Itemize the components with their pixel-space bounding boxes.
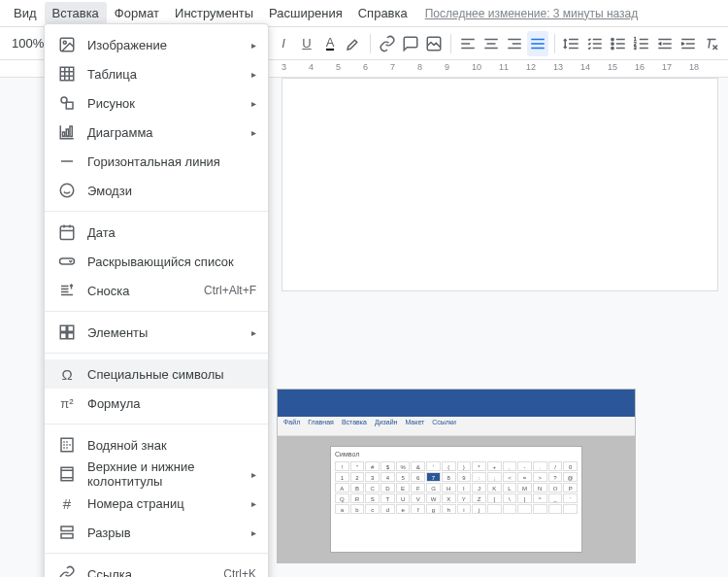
menu-view[interactable]: Вид <box>6 2 45 24</box>
underline-button[interactable]: U <box>296 31 317 56</box>
highlight-button[interactable] <box>343 31 364 56</box>
ruler-tick: 8 <box>417 62 422 72</box>
menu-tools[interactable]: Инструменты <box>167 2 261 24</box>
submenu-arrow-icon: ▸ <box>251 469 256 480</box>
menu-item-hr[interactable]: Горизонтальная линия <box>45 147 268 176</box>
submenu-arrow-icon: ▸ <box>251 127 256 138</box>
menu-item-label: Номера страниц <box>87 496 240 511</box>
link-button[interactable] <box>377 31 398 56</box>
menu-separator <box>45 311 268 312</box>
document-text[interactable]: с: Вставка → Специальные символы можно л… <box>277 573 723 577</box>
submenu-arrow-icon: ▸ <box>251 69 256 80</box>
menu-item-break[interactable]: Разрыв▸ <box>45 518 268 547</box>
zoom-value: 100% <box>12 36 44 51</box>
clear-formatting-button[interactable] <box>701 31 722 56</box>
submenu-arrow-icon: ▸ <box>251 327 256 338</box>
menu-item-watermark[interactable]: Водяной знак <box>45 430 268 459</box>
shortcut: Ctrl+K <box>223 567 256 577</box>
separator <box>450 34 451 53</box>
svg-rect-21 <box>68 333 74 339</box>
menu-item-label: Формула <box>87 396 256 411</box>
indent-decrease-button[interactable] <box>654 31 676 56</box>
menu-item-headers[interactable]: Верхние и нижние колонтитулы▸ <box>45 459 268 489</box>
svg-rect-16 <box>60 226 74 240</box>
submenu-arrow-icon: ▸ <box>251 527 256 538</box>
hr-icon <box>58 153 76 170</box>
align-center-button[interactable] <box>480 31 502 56</box>
ruler-tick: 13 <box>553 62 563 72</box>
ruler-tick: 6 <box>363 62 368 72</box>
checklist-button[interactable] <box>584 31 606 56</box>
comment-button[interactable] <box>400 31 421 56</box>
menu-item-pagenum[interactable]: #Номера страниц▸ <box>45 489 268 518</box>
image-button[interactable] <box>423 31 445 56</box>
align-right-button[interactable] <box>504 31 525 56</box>
menu-item-drawing[interactable]: Рисунок▸ <box>45 88 268 118</box>
numbered-list-button[interactable]: 123 <box>631 31 652 56</box>
menu-item-label: Горизонтальная линия <box>87 154 256 169</box>
date-icon <box>58 223 76 241</box>
document-page[interactable] <box>281 78 718 291</box>
menu-item-label: Верхние и нижние колонтитулы <box>87 459 240 489</box>
menu-item-image[interactable]: Изображение▸ <box>45 30 268 59</box>
text-color-button[interactable]: A <box>319 31 341 56</box>
emoji-icon <box>58 182 76 199</box>
menu-item-emoji[interactable]: Эмодзи <box>45 176 268 205</box>
svg-rect-11 <box>66 102 73 109</box>
watermark-icon <box>58 436 76 454</box>
ruler-tick: 3 <box>281 62 286 72</box>
menu-format[interactable]: Формат <box>107 2 167 24</box>
submenu-arrow-icon: ▸ <box>251 498 256 509</box>
svg-point-2 <box>612 42 613 44</box>
svg-rect-20 <box>60 333 66 339</box>
menu-item-dropdown[interactable]: Раскрывающийся список <box>45 247 268 276</box>
ruler-tick: 7 <box>390 62 395 72</box>
indent-increase-button[interactable] <box>678 31 699 56</box>
ruler-tick: 17 <box>662 62 672 72</box>
break-icon <box>58 524 76 541</box>
ruler-tick: 16 <box>635 62 645 72</box>
menu-item-table[interactable]: Таблица▸ <box>45 59 268 88</box>
insert-menu: Изображение▸Таблица▸Рисунок▸Диаграмма▸Го… <box>44 23 269 577</box>
menu-item-pi[interactable]: π²Формула <box>45 389 268 418</box>
bulleted-list-button[interactable] <box>608 31 629 56</box>
menu-item-label: Разрыв <box>87 526 240 540</box>
svg-point-8 <box>63 41 66 44</box>
menu-separator <box>45 353 268 354</box>
svg-text:3: 3 <box>634 45 637 51</box>
submenu-arrow-icon: ▸ <box>251 98 256 109</box>
align-justify-button[interactable] <box>527 31 548 56</box>
menu-insert[interactable]: Вставка <box>45 2 107 24</box>
menu-item-blocks[interactable]: Элементы▸ <box>45 318 268 347</box>
menu-item-label: Сноска <box>87 284 192 298</box>
menu-item-footnote[interactable]: СноскаCtrl+Alt+F <box>45 276 268 305</box>
menu-item-omega[interactable]: ΩСпециальные символы <box>45 359 268 389</box>
svg-point-15 <box>60 184 74 197</box>
menu-help[interactable]: Справка <box>350 2 415 24</box>
omega-icon: Ω <box>58 365 76 383</box>
menu-item-label: Раскрывающийся список <box>87 255 256 269</box>
menu-item-label: Диаграмма <box>87 125 240 140</box>
ruler-tick: 14 <box>580 62 590 72</box>
drawing-icon <box>58 94 76 112</box>
align-left-button[interactable] <box>457 31 479 56</box>
menu-separator <box>45 424 268 424</box>
menu-item-link[interactable]: СсылкаCtrl+K <box>45 560 268 577</box>
submenu-arrow-icon: ▸ <box>251 40 256 51</box>
link-icon <box>58 565 76 577</box>
ruler-tick: 10 <box>472 62 481 72</box>
menu-item-date[interactable]: Дата <box>45 218 268 247</box>
menu-item-chart[interactable]: Диаграмма▸ <box>45 118 268 147</box>
word-ribbon: ФайлГлавнаяВставкаДизайнМакетСсылки <box>278 417 635 436</box>
menu-extensions[interactable]: Расширения <box>261 2 350 24</box>
svg-point-1 <box>612 38 613 40</box>
last-edit-link[interactable]: Последнее изменение: 3 минуты назад <box>425 7 639 20</box>
line-spacing-button[interactable] <box>561 31 582 56</box>
ruler-tick: 11 <box>499 62 509 72</box>
menu-separator <box>45 553 268 554</box>
svg-rect-9 <box>60 67 74 81</box>
pi-icon: π² <box>58 394 76 412</box>
word-title-bar <box>278 390 635 417</box>
italic-button[interactable]: I <box>273 31 294 56</box>
image-icon <box>58 36 76 53</box>
